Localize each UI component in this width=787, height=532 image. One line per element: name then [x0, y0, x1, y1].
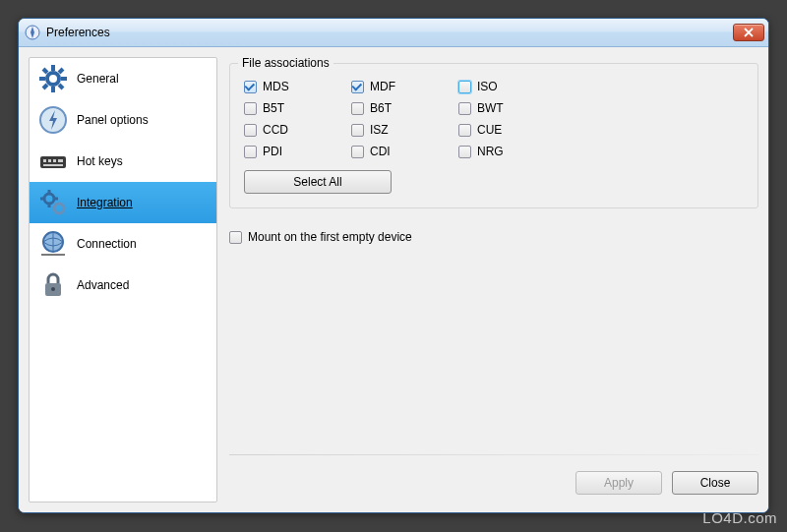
group-title: File associations: [238, 56, 333, 70]
file-assoc-mds-checkbox[interactable]: MDS: [244, 80, 347, 93]
checkbox-box: [458, 102, 471, 115]
svg-point-26: [51, 287, 55, 291]
file-assoc-nrg-checkbox[interactable]: NRG: [458, 145, 562, 158]
checkbox-box: [458, 81, 471, 93]
svg-point-22: [54, 204, 64, 213]
titlebar: Preferences: [19, 19, 768, 47]
checkbox-box: [244, 81, 257, 93]
globe-icon: [37, 228, 69, 260]
file-associations-grid: MDSMDFISOB5TB6TBWTCCDISZCUEPDICDINRG: [244, 80, 744, 158]
dialog-footer: Apply Close: [575, 471, 758, 495]
gear-link-icon: [37, 187, 69, 218]
checkbox-label: CCD: [263, 123, 288, 137]
file-assoc-isz-checkbox[interactable]: ISZ: [351, 123, 454, 137]
content-pane: File associations MDSMDFISOB5TB6TBWTCCDI…: [229, 57, 758, 502]
sidebar-item-label: General: [77, 72, 119, 86]
sidebar-item-integration[interactable]: Integration: [30, 182, 216, 223]
sidebar-item-general[interactable]: General: [30, 58, 216, 99]
file-assoc-cue-checkbox[interactable]: CUE: [458, 123, 562, 137]
file-associations-group: File associations MDSMDFISOB5TB6TBWTCCDI…: [229, 63, 758, 208]
sidebar-item-label: Panel options: [77, 113, 149, 127]
checkbox-box: [244, 102, 257, 115]
mount-label: Mount on the first empty device: [248, 230, 412, 244]
close-window-button[interactable]: [733, 24, 764, 41]
sidebar-item-advanced[interactable]: Advanced: [30, 265, 216, 306]
checkbox-box: [351, 81, 364, 93]
svg-rect-13: [48, 159, 51, 162]
svg-line-6: [43, 69, 47, 73]
bolt-icon: [37, 104, 69, 136]
app-icon: [25, 25, 40, 40]
checkbox-label: NRG: [477, 145, 504, 158]
checkbox-label: CUE: [477, 123, 502, 137]
file-assoc-b6t-checkbox[interactable]: B6T: [351, 101, 454, 115]
svg-rect-14: [53, 159, 56, 162]
lock-icon: [37, 269, 69, 301]
checkbox-label: ISO: [477, 80, 498, 93]
gear-icon: [37, 63, 69, 94]
category-sidebar: GeneralPanel optionsHot keysIntegrationC…: [29, 57, 217, 502]
file-assoc-ccd-checkbox[interactable]: CCD: [244, 123, 347, 137]
checkbox-box: [244, 146, 257, 158]
sidebar-item-label: Hot keys: [77, 154, 123, 168]
checkbox-label: MDF: [370, 80, 395, 93]
watermark: LO4D.com: [702, 509, 777, 526]
checkbox-label: CDI: [370, 145, 391, 158]
select-all-button[interactable]: Select All: [244, 170, 392, 194]
svg-rect-12: [43, 159, 46, 162]
keyboard-icon: [37, 146, 69, 177]
svg-rect-24: [41, 254, 65, 256]
checkbox-box: [351, 124, 364, 137]
svg-rect-16: [43, 164, 63, 166]
checkbox-label: BWT: [477, 101, 504, 115]
file-assoc-pdi-checkbox[interactable]: PDI: [244, 145, 347, 158]
svg-line-9: [43, 85, 47, 89]
sidebar-item-panel-options[interactable]: Panel options: [30, 99, 216, 141]
window-title: Preferences: [46, 26, 733, 39]
sidebar-item-label: Advanced: [77, 278, 129, 292]
file-assoc-b5t-checkbox[interactable]: B5T: [244, 101, 347, 115]
file-assoc-mdf-checkbox[interactable]: MDF: [351, 80, 454, 93]
checkbox-label: B5T: [263, 101, 284, 115]
checkbox-box: [244, 124, 257, 137]
mount-first-empty-checkbox[interactable]: Mount on the first empty device: [229, 230, 758, 244]
checkbox-box: [351, 102, 364, 115]
checkbox-box: [351, 146, 364, 158]
sidebar-item-label: Integration: [77, 196, 133, 209]
svg-point-17: [44, 194, 54, 204]
file-assoc-iso-checkbox[interactable]: ISO: [458, 80, 562, 93]
svg-line-7: [59, 85, 63, 89]
checkbox-label: PDI: [263, 145, 282, 158]
checkbox-label: MDS: [263, 80, 289, 93]
sidebar-item-label: Connection: [77, 237, 137, 251]
checkbox-label: ISZ: [370, 123, 389, 137]
apply-button[interactable]: Apply: [575, 471, 662, 495]
file-assoc-bwt-checkbox[interactable]: BWT: [458, 101, 562, 115]
checkbox-box: [458, 124, 471, 137]
file-assoc-cdi-checkbox[interactable]: CDI: [351, 145, 454, 158]
sidebar-item-hot-keys[interactable]: Hot keys: [30, 141, 216, 182]
checkbox-label: B6T: [370, 101, 392, 115]
preferences-window: Preferences GeneralPanel optionsHot keys…: [18, 18, 769, 513]
window-body: GeneralPanel optionsHot keysIntegrationC…: [19, 47, 768, 512]
close-button[interactable]: Close: [672, 471, 758, 495]
svg-rect-15: [58, 159, 63, 162]
footer-divider: [229, 454, 758, 455]
sidebar-item-connection[interactable]: Connection: [30, 223, 216, 265]
svg-line-8: [59, 69, 63, 73]
checkbox-box: [458, 146, 471, 158]
checkbox-box: [229, 231, 242, 244]
svg-point-1: [47, 73, 59, 85]
